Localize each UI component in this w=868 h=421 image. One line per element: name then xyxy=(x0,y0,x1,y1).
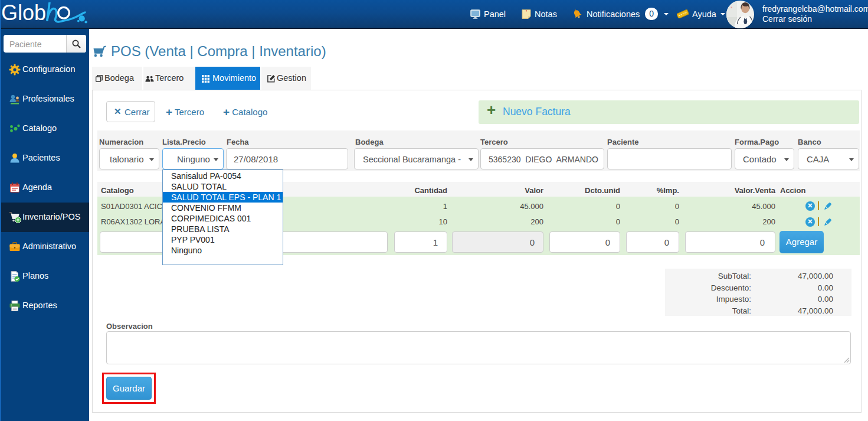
svg-text:Glob: Glob xyxy=(2,2,46,25)
